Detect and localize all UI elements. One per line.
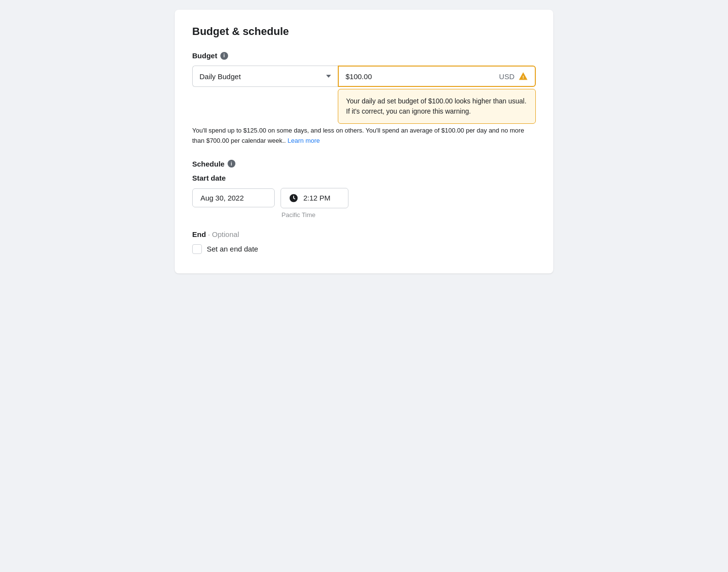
end-optional-text: · Optional	[208, 230, 239, 238]
warning-message-text: Your daily ad set budget of $100.00 look…	[346, 97, 527, 115]
budget-schedule-card: Budget & schedule Budget i Daily Budget …	[175, 10, 553, 273]
budget-label-text: Budget	[192, 51, 217, 60]
end-section: End · Optional Set an end date	[192, 230, 536, 254]
clock-icon	[289, 193, 298, 203]
svg-text:!: !	[522, 75, 524, 80]
budget-spend-description: You'll spend up to $125.00 on some days,…	[192, 127, 524, 144]
schedule-field-label: Schedule i	[192, 160, 536, 168]
chevron-down-icon	[326, 75, 331, 78]
budget-amount-wrapper: USD ! Your daily ad set budget of $100.0…	[338, 66, 536, 87]
warning-tooltip: Your daily ad set budget of $100.00 look…	[338, 89, 536, 124]
date-value: Aug 30, 2022	[200, 194, 244, 202]
budget-amount-input[interactable]	[346, 72, 499, 81]
budget-amount-input-box: USD !	[338, 66, 536, 87]
budget-info-icon[interactable]: i	[220, 52, 228, 60]
end-checkbox-label: Set an end date	[207, 245, 258, 253]
learn-more-link[interactable]: Learn more	[288, 137, 320, 144]
budget-type-dropdown[interactable]: Daily Budget	[192, 66, 338, 87]
budget-type-selected-label: Daily Budget	[199, 72, 241, 81]
budget-field-label: Budget i	[192, 51, 536, 60]
end-date-checkbox[interactable]	[192, 244, 202, 254]
end-label-text: End	[192, 230, 206, 238]
start-time-input[interactable]: 2:12 PM	[281, 188, 348, 208]
warning-triangle-icon: !	[518, 71, 528, 81]
section-title: Budget & schedule	[192, 25, 536, 38]
end-label: End · Optional	[192, 230, 536, 238]
schedule-section: Schedule i Start date Aug 30, 2022 2:12 …	[192, 160, 536, 254]
currency-label: USD	[499, 72, 514, 81]
timezone-label: Pacific Time	[281, 211, 536, 219]
start-date-input[interactable]: Aug 30, 2022	[192, 188, 275, 207]
end-checkbox-row: Set an end date	[192, 244, 536, 254]
schedule-label-text: Schedule	[192, 160, 225, 168]
schedule-info-icon[interactable]: i	[228, 160, 235, 168]
time-value: 2:12 PM	[303, 194, 331, 202]
budget-row: Daily Budget USD ! Your daily ad set bud…	[192, 66, 536, 87]
date-time-row: Aug 30, 2022 2:12 PM	[192, 188, 536, 208]
budget-info-text: You'll spend up to $125.00 on some days,…	[192, 126, 536, 146]
start-date-label: Start date	[192, 174, 536, 182]
